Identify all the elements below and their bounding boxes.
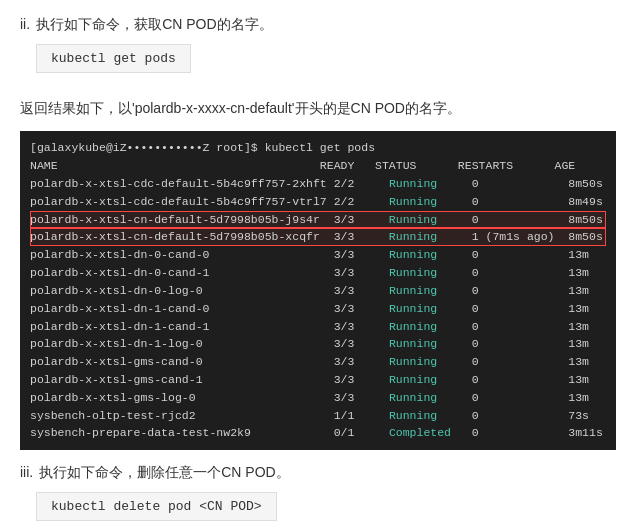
section3-command-block: kubectl delete pod <CN POD>: [36, 492, 616, 528]
section2-command-block: kubectl get pods: [36, 44, 616, 85]
section2-title: 执行如下命令，获取CN POD的名字。: [36, 16, 272, 34]
section3-command: kubectl delete pod <CN POD>: [36, 492, 277, 521]
section2-command: kubectl get pods: [36, 44, 191, 73]
section3-header: iii. 执行如下命令，删除任意一个CN POD。: [20, 464, 616, 482]
section3-title: 执行如下命令，删除任意一个CN POD。: [39, 464, 289, 482]
section2-num: ii.: [20, 16, 30, 32]
section2-desc: 返回结果如下，以'polardb-x-xxxx-cn-default'开头的是C…: [20, 97, 616, 119]
section2-header: ii. 执行如下命令，获取CN POD的名字。: [20, 16, 616, 34]
terminal-output: [galaxykube@iZ•••••••••••Z root]$ kubect…: [20, 131, 616, 450]
section3-num: iii.: [20, 464, 33, 480]
